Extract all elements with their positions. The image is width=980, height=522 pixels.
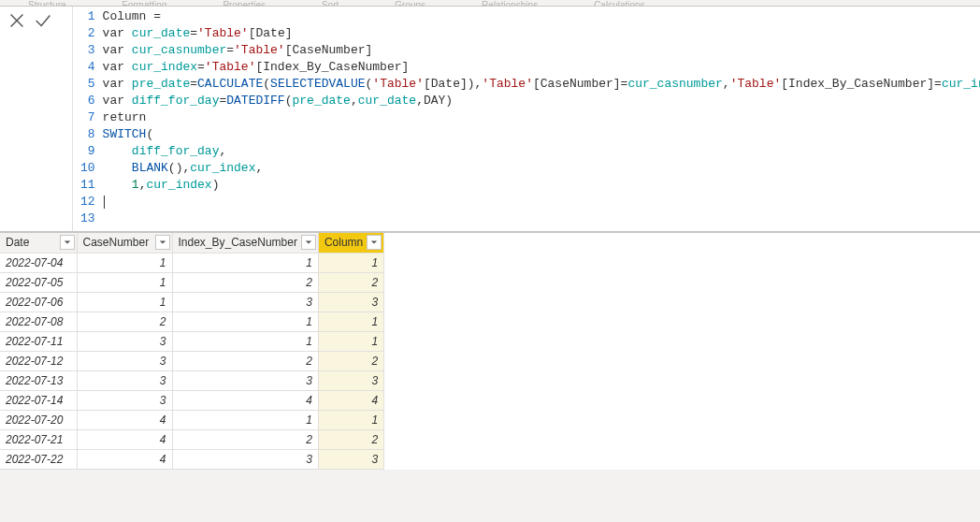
cell-column[interactable]: 1 xyxy=(318,253,383,272)
table-row[interactable]: 2022-07-13333 xyxy=(0,370,384,390)
line-gutter: 12345678910111213 xyxy=(73,8,103,229)
data-table: Date CaseNumber Index_By_CaseNumber xyxy=(0,233,384,470)
cell-index[interactable]: 1 xyxy=(172,410,318,429)
cell-index[interactable]: 2 xyxy=(172,272,318,292)
check-icon xyxy=(33,10,53,31)
ribbon-tab[interactable]: Sort xyxy=(322,0,339,6)
cell-index[interactable]: 2 xyxy=(172,429,318,449)
cell-index[interactable]: 1 xyxy=(172,253,318,272)
table-row[interactable]: 2022-07-21422 xyxy=(0,429,384,449)
cell-date[interactable]: 2022-07-11 xyxy=(0,331,77,351)
filter-dropdown-button[interactable] xyxy=(155,235,170,250)
column-header-column[interactable]: Column xyxy=(318,233,383,253)
table-row[interactable]: 2022-07-20411 xyxy=(0,410,384,429)
ribbon-tab[interactable]: Structure xyxy=(28,0,66,6)
cell-casenumber[interactable]: 4 xyxy=(77,429,172,449)
cell-casenumber[interactable]: 1 xyxy=(77,272,172,292)
table-row[interactable]: 2022-07-05122 xyxy=(0,272,384,292)
dax-editor[interactable]: 12345678910111213 Column = var cur_date=… xyxy=(73,7,980,231)
cell-casenumber[interactable]: 1 xyxy=(77,253,172,272)
column-header-label: Column xyxy=(324,236,363,249)
chevron-down-icon xyxy=(370,239,378,246)
cell-column[interactable]: 2 xyxy=(318,429,383,449)
filter-dropdown-button[interactable] xyxy=(60,235,75,250)
column-header-casenumber[interactable]: CaseNumber xyxy=(77,233,172,253)
cell-index[interactable]: 3 xyxy=(172,370,318,390)
cell-casenumber[interactable]: 4 xyxy=(77,449,172,469)
table-row[interactable]: 2022-07-22433 xyxy=(0,449,384,469)
cell-column[interactable]: 3 xyxy=(318,449,383,469)
table-row[interactable]: 2022-07-12322 xyxy=(0,351,384,370)
cell-index[interactable]: 3 xyxy=(172,292,318,312)
x-icon xyxy=(7,10,27,31)
chevron-down-icon xyxy=(64,239,71,246)
cell-column[interactable]: 3 xyxy=(318,370,383,390)
formula-bar: 12345678910111213 Column = var cur_date=… xyxy=(0,6,980,232)
chevron-down-icon xyxy=(159,239,166,246)
ribbon-tab[interactable]: Properties xyxy=(223,0,266,6)
cell-date[interactable]: 2022-07-12 xyxy=(0,351,77,370)
cell-column[interactable]: 1 xyxy=(318,410,383,429)
column-header-date[interactable]: Date xyxy=(0,233,77,253)
cell-date[interactable]: 2022-07-04 xyxy=(0,253,77,272)
chevron-down-icon xyxy=(305,239,312,246)
cell-column[interactable]: 1 xyxy=(318,312,383,331)
column-header-label: CaseNumber xyxy=(83,236,150,249)
table-row[interactable]: 2022-07-06133 xyxy=(0,292,384,312)
cell-casenumber[interactable]: 1 xyxy=(77,292,172,312)
cell-index[interactable]: 2 xyxy=(172,351,318,370)
table-row[interactable]: 2022-07-08211 xyxy=(0,312,384,331)
formula-controls xyxy=(0,7,73,231)
column-header-label: Date xyxy=(6,236,29,249)
cell-date[interactable]: 2022-07-13 xyxy=(0,370,77,390)
commit-formula-button[interactable] xyxy=(30,8,56,33)
header-row: Date CaseNumber Index_By_CaseNumber xyxy=(0,233,384,253)
cell-casenumber[interactable]: 3 xyxy=(77,331,172,351)
cell-index[interactable]: 1 xyxy=(172,312,318,331)
table-row[interactable]: 2022-07-14344 xyxy=(0,390,384,410)
table-row[interactable]: 2022-07-04111 xyxy=(0,253,384,272)
column-header-label: Index_By_CaseNumber xyxy=(179,236,297,249)
dax-code[interactable]: Column = var cur_date='Table'[Date]var c… xyxy=(103,8,980,229)
cell-casenumber[interactable]: 3 xyxy=(77,370,172,390)
cell-date[interactable]: 2022-07-22 xyxy=(0,449,77,469)
cell-column[interactable]: 2 xyxy=(318,272,383,292)
filter-dropdown-button[interactable] xyxy=(301,235,316,250)
cell-index[interactable]: 1 xyxy=(172,331,318,351)
cell-casenumber[interactable]: 3 xyxy=(77,390,172,410)
cell-date[interactable]: 2022-07-21 xyxy=(0,429,77,449)
data-grid: Date CaseNumber Index_By_CaseNumber xyxy=(0,232,980,470)
cell-date[interactable]: 2022-07-08 xyxy=(0,312,77,331)
cell-casenumber[interactable]: 2 xyxy=(77,312,172,331)
cell-casenumber[interactable]: 3 xyxy=(77,351,172,370)
column-header-index[interactable]: Index_By_CaseNumber xyxy=(172,233,318,253)
cell-casenumber[interactable]: 4 xyxy=(77,410,172,429)
ribbon-tab[interactable]: Calculations xyxy=(594,0,644,6)
ribbon-tab[interactable]: Relationships xyxy=(482,0,538,6)
cancel-formula-button[interactable] xyxy=(4,8,30,33)
table-row[interactable]: 2022-07-11311 xyxy=(0,331,384,351)
cell-date[interactable]: 2022-07-05 xyxy=(0,272,77,292)
cell-date[interactable]: 2022-07-14 xyxy=(0,390,77,410)
cell-date[interactable]: 2022-07-20 xyxy=(0,410,77,429)
cell-column[interactable]: 2 xyxy=(318,351,383,370)
table-body: 2022-07-041112022-07-051222022-07-061332… xyxy=(0,253,384,469)
cell-index[interactable]: 4 xyxy=(172,390,318,410)
cell-date[interactable]: 2022-07-06 xyxy=(0,292,77,312)
cell-column[interactable]: 1 xyxy=(318,331,383,351)
cell-column[interactable]: 4 xyxy=(318,390,383,410)
filter-dropdown-button[interactable] xyxy=(367,235,382,250)
ribbon-tab[interactable]: Groups xyxy=(395,0,425,6)
cell-column[interactable]: 3 xyxy=(318,292,383,312)
ribbon-tab[interactable]: Formatting xyxy=(122,0,167,6)
cell-index[interactable]: 3 xyxy=(172,449,318,469)
